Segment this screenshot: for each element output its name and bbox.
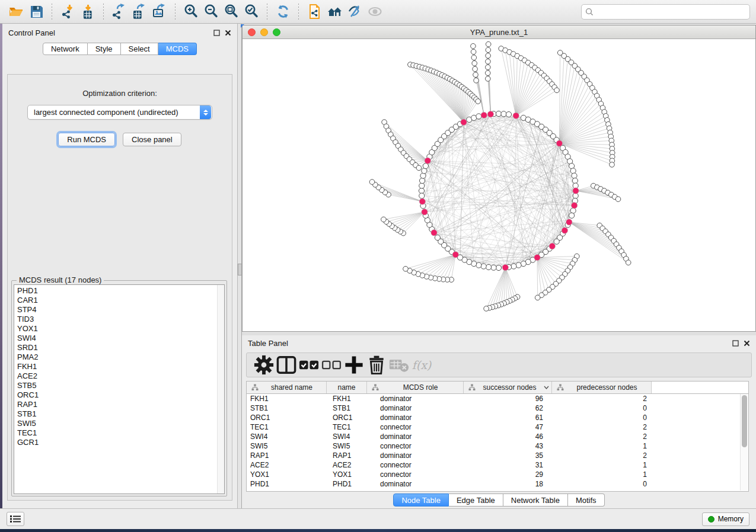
result-node-item[interactable]: GCR1 (17, 438, 224, 447)
cell-shared-name[interactable]: SWI4 (247, 432, 327, 441)
tab-network[interactable]: Network (43, 43, 88, 55)
result-node-item[interactable]: STB1 (17, 409, 224, 419)
result-node-item[interactable]: YOX1 (17, 324, 224, 334)
cell-successor-nodes[interactable]: 47 (464, 422, 552, 432)
splitter-grip[interactable] (238, 264, 242, 275)
result-node-item[interactable]: RAP1 (17, 400, 224, 409)
first-neighbors-icon[interactable] (324, 3, 344, 21)
criterion-dropdown[interactable]: largest connected component (undirected) (27, 105, 212, 120)
result-node-item[interactable]: ORC1 (17, 390, 224, 400)
cell-successor-nodes[interactable]: 29 (464, 470, 552, 479)
network-graph[interactable] (243, 39, 755, 331)
cell-shared-name[interactable]: SWI5 (247, 441, 327, 451)
table-row[interactable]: FKH1FKH1dominator962 (247, 394, 748, 403)
network-titlebar[interactable]: YPA_prune.txt_1 (243, 25, 755, 39)
result-node-item[interactable]: PHD1 (17, 286, 224, 296)
zoom-out-icon[interactable] (201, 3, 221, 21)
cell-MCDS-role[interactable]: dominator (367, 394, 464, 403)
close-table-panel-icon[interactable] (744, 340, 750, 347)
cell-predecessor-nodes[interactable]: 0 (552, 479, 652, 489)
cell-successor-nodes[interactable]: 18 (464, 479, 552, 489)
result-node-item[interactable]: PMA2 (17, 352, 224, 362)
cell-predecessor-nodes[interactable]: 1 (552, 460, 652, 470)
cell-name[interactable]: FKH1 (327, 394, 367, 403)
column-header-shared-name[interactable]: shared name (247, 382, 327, 393)
float-panel-icon[interactable] (213, 30, 220, 36)
tab-edge-table[interactable]: Edge Table (449, 493, 503, 507)
mcds-result-list[interactable]: PHD1CAR1STP4TID3YOX1SWI4SRD1PMA2FKH1ACE2… (14, 284, 225, 494)
cell-name[interactable]: PHD1 (327, 479, 367, 489)
cell-successor-nodes[interactable]: 46 (464, 432, 552, 441)
tab-network-table[interactable]: Network Table (503, 493, 568, 507)
cell-shared-name[interactable]: FKH1 (247, 394, 327, 403)
cell-MCDS-role[interactable]: dominator (367, 451, 464, 460)
unselect-all-columns-icon[interactable] (320, 355, 343, 375)
result-node-item[interactable]: SWI4 (17, 334, 224, 343)
tab-mcds[interactable]: MCDS (158, 43, 197, 55)
table-row[interactable]: RAP1RAP1dominator352 (247, 451, 748, 460)
table-row[interactable]: TEC1TEC1connector472 (247, 422, 748, 432)
cell-shared-name[interactable]: TEC1 (247, 422, 327, 432)
column-header-successor-nodes[interactable]: successor nodes (464, 382, 552, 393)
table-row[interactable]: SWI4SWI4dominator462 (247, 432, 748, 441)
cell-successor-nodes[interactable]: 62 (464, 403, 552, 413)
column-header-predecessor-nodes[interactable]: predecessor nodes (552, 382, 652, 393)
cell-successor-nodes[interactable]: 43 (464, 441, 552, 451)
split-columns-icon[interactable] (275, 355, 298, 375)
cell-MCDS-role[interactable]: connector (367, 460, 464, 470)
cell-MCDS-role[interactable]: connector (367, 441, 464, 451)
result-node-item[interactable]: SWI5 (17, 419, 224, 428)
cell-name[interactable]: ORC1 (327, 413, 367, 422)
table-row[interactable]: STB1STB1dominator620 (247, 403, 748, 413)
column-header-MCDS-role[interactable]: MCDS role (367, 382, 464, 393)
cell-successor-nodes[interactable]: 35 (464, 451, 552, 460)
cell-MCDS-role[interactable]: connector (367, 422, 464, 432)
export-table-icon[interactable] (129, 3, 149, 21)
table-row[interactable]: YOX1YOX1connector291 (247, 470, 748, 479)
cell-predecessor-nodes[interactable]: 1 (552, 441, 652, 451)
cell-predecessor-nodes[interactable]: 2 (552, 432, 652, 441)
result-node-item[interactable]: STB5 (17, 381, 224, 390)
search-input[interactable] (581, 4, 750, 20)
cell-name[interactable]: SWI5 (327, 441, 367, 451)
result-node-item[interactable]: SRD1 (17, 343, 224, 352)
cell-name[interactable]: SWI4 (327, 432, 367, 441)
result-node-item[interactable]: ACE2 (17, 371, 224, 381)
cell-shared-name[interactable]: ORC1 (247, 413, 327, 422)
import-table-icon[interactable] (78, 3, 98, 21)
table-row[interactable]: ORC1ORC1dominator610 (247, 413, 748, 422)
close-panel-icon[interactable] (225, 30, 231, 36)
scrollbar-thumb[interactable] (742, 395, 747, 447)
vertical-splitter[interactable] (238, 24, 242, 508)
result-node-item[interactable]: TID3 (17, 315, 224, 324)
cell-successor-nodes[interactable]: 31 (464, 460, 552, 470)
result-node-item[interactable]: TEC1 (17, 428, 224, 438)
show-details-icon[interactable] (365, 3, 385, 21)
cell-shared-name[interactable]: STB1 (247, 403, 327, 413)
zoom-fit-icon[interactable] (221, 3, 241, 21)
cell-name[interactable]: STB1 (327, 403, 367, 413)
cell-name[interactable]: TEC1 (327, 422, 367, 432)
tab-node-table[interactable]: Node Table (393, 493, 449, 507)
task-history-button[interactable] (7, 512, 24, 526)
tab-motifs[interactable]: Motifs (568, 493, 605, 507)
export-image-icon[interactable] (149, 3, 170, 21)
cell-predecessor-nodes[interactable]: 1 (552, 470, 652, 479)
zoom-selected-icon[interactable] (241, 3, 261, 21)
save-session-icon[interactable] (26, 3, 46, 21)
tab-style[interactable]: Style (88, 43, 121, 55)
column-header-name[interactable]: name (327, 382, 367, 393)
table-row[interactable]: PHD1PHD1dominator180 (247, 479, 748, 489)
delete-column-icon[interactable] (365, 355, 388, 375)
table-settings-icon[interactable] (253, 355, 275, 375)
cell-predecessor-nodes[interactable]: 2 (552, 394, 652, 403)
cell-predecessor-nodes[interactable]: 0 (552, 413, 652, 422)
cell-shared-name[interactable]: RAP1 (247, 451, 327, 460)
select-all-columns-icon[interactable] (298, 355, 320, 375)
network-from-file-icon[interactable] (304, 3, 324, 21)
memory-button[interactable]: Memory (702, 512, 749, 526)
export-network-icon[interactable] (109, 3, 129, 21)
table-row[interactable]: ACE2ACE2connector311 (247, 460, 748, 470)
cell-MCDS-role[interactable]: dominator (367, 479, 464, 489)
cell-predecessor-nodes[interactable]: 2 (552, 451, 652, 460)
